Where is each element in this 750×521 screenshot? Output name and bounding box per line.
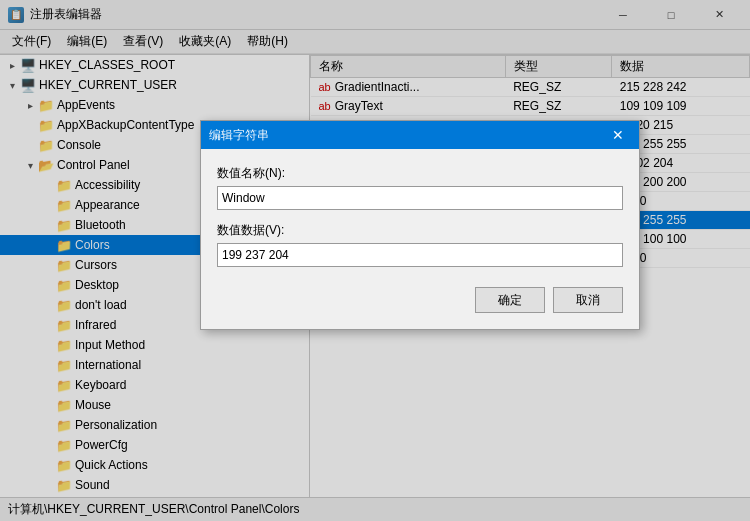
cancel-button[interactable]: 取消 xyxy=(553,287,623,313)
edit-string-dialog: 编辑字符串 ✕ 数值名称(N): 数值数据(V): 确定 取消 xyxy=(200,120,640,330)
dialog-body: 数值名称(N): 数值数据(V): 确定 取消 xyxy=(201,149,639,329)
name-input[interactable] xyxy=(217,186,623,210)
confirm-button[interactable]: 确定 xyxy=(475,287,545,313)
dialog-title-bar: 编辑字符串 ✕ xyxy=(201,121,639,149)
name-label: 数值名称(N): xyxy=(217,165,623,182)
dialog-close-button[interactable]: ✕ xyxy=(605,122,631,148)
data-input[interactable] xyxy=(217,243,623,267)
dialog-buttons: 确定 取消 xyxy=(217,287,623,313)
dialog-title: 编辑字符串 xyxy=(209,127,605,144)
data-label: 数值数据(V): xyxy=(217,222,623,239)
